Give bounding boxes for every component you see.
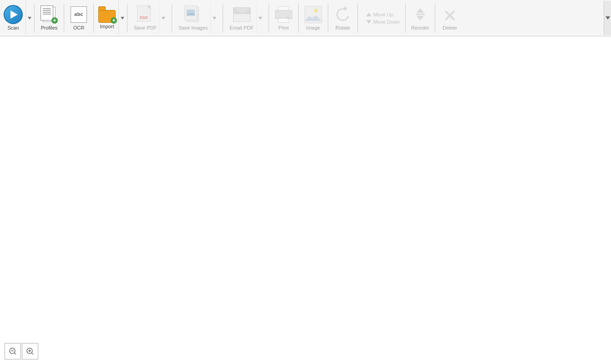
sep-2	[64, 4, 64, 32]
move-down-arrow	[366, 20, 372, 24]
save-pdf-button[interactable]: PDF Save PDF	[128, 1, 171, 35]
zoom-controls	[5, 343, 38, 359]
email-pdf-dropdown[interactable]	[256, 3, 264, 33]
email-pdf-dropdown-arrow	[259, 17, 262, 20]
save-pdf-main[interactable]: PDF Save PDF	[132, 3, 158, 33]
sep-11	[405, 4, 406, 32]
move-updown-button[interactable]: Move Up Move Down	[359, 1, 404, 35]
ocr-label: OCR	[73, 25, 84, 31]
svg-line-6	[32, 353, 34, 355]
sep-7	[269, 4, 269, 32]
toolbar-overflow-button[interactable]	[604, 1, 611, 35]
sep-4	[127, 4, 127, 32]
save-images-dropdown[interactable]	[210, 3, 218, 33]
move-up-label: Move Up	[373, 12, 393, 17]
print-icon	[275, 5, 292, 24]
move-up-row: Move Up	[366, 12, 393, 17]
import-label: Import	[100, 24, 114, 30]
sep-9	[328, 4, 328, 32]
email-pdf-button[interactable]: Email PDF	[224, 1, 268, 35]
import-icon: +	[98, 6, 116, 23]
email-pdf-label: Email PDF	[229, 25, 254, 31]
import-dropdown-arrow	[121, 17, 124, 20]
sep-8	[298, 4, 299, 32]
save-images-dropdown-arrow	[213, 17, 216, 20]
svg-line-2	[15, 353, 16, 355]
import-button[interactable]: + Import	[95, 1, 126, 35]
ocr-button[interactable]: abc OCR	[65, 1, 92, 35]
save-images-button[interactable]: Save Images	[173, 1, 222, 35]
email-pdf-main[interactable]: Email PDF	[228, 3, 255, 33]
save-images-label: Save Images	[178, 25, 208, 31]
save-images-main[interactable]: Save Images	[177, 3, 209, 33]
ocr-icon: abc	[71, 5, 87, 24]
zoom-out-button[interactable]	[5, 343, 21, 359]
save-pdf-dropdown[interactable]	[159, 3, 167, 33]
image-button[interactable]: Image	[300, 1, 327, 35]
delete-icon	[442, 5, 458, 24]
reorder-button[interactable]: Reorder	[407, 1, 434, 35]
rotate-button[interactable]: Rotate	[329, 1, 356, 35]
zoom-in-button[interactable]	[22, 343, 38, 359]
reorder-label: Reorder	[411, 25, 429, 31]
save-pdf-label: Save PDF	[134, 25, 157, 31]
import-main[interactable]: + Import	[95, 1, 118, 35]
print-label: Print	[279, 25, 289, 31]
scan-label: Scan	[7, 25, 19, 31]
move-down-label: Move Down	[373, 19, 400, 25]
move-down-row: Move Down	[366, 19, 400, 25]
email-pdf-icon	[233, 5, 250, 24]
print-button[interactable]: Print	[270, 1, 297, 35]
reorder-icon	[412, 5, 428, 24]
image-label: Image	[306, 25, 321, 31]
rotate-label: Rotate	[336, 25, 350, 31]
sep-5	[172, 4, 172, 32]
profiles-icon: +	[41, 5, 58, 24]
zoom-out-icon	[9, 347, 17, 355]
scan-dropdown-arrow	[28, 17, 31, 20]
main-content	[0, 36, 611, 364]
profiles-button[interactable]: + Profiles	[36, 1, 63, 35]
scan-button[interactable]: Scan	[0, 1, 33, 35]
scan-dropdown[interactable]	[25, 1, 33, 35]
save-images-icon	[184, 5, 202, 24]
sep-12	[435, 4, 435, 32]
move-updown-icon: Move Up Move Down	[366, 8, 400, 28]
sep-10	[357, 4, 358, 32]
import-dropdown[interactable]	[118, 1, 126, 35]
profiles-label: Profiles	[41, 25, 58, 31]
scan-icon	[4, 5, 23, 24]
save-pdf-icon: PDF	[137, 5, 153, 24]
scan-main[interactable]: Scan	[0, 1, 25, 35]
delete-button[interactable]: Delete	[436, 1, 463, 35]
sep-1	[34, 4, 35, 32]
delete-label: Delete	[443, 25, 457, 31]
image-icon	[305, 5, 322, 24]
toolbar: Scan + Profiles abc OCR	[0, 0, 611, 36]
save-pdf-dropdown-arrow	[162, 17, 165, 20]
rotate-icon	[334, 5, 351, 24]
sep-6	[223, 4, 223, 32]
toolbar-overflow-arrow	[606, 16, 610, 20]
move-up-arrow	[366, 13, 372, 16]
sep-3	[93, 4, 94, 32]
zoom-in-icon	[26, 347, 34, 355]
